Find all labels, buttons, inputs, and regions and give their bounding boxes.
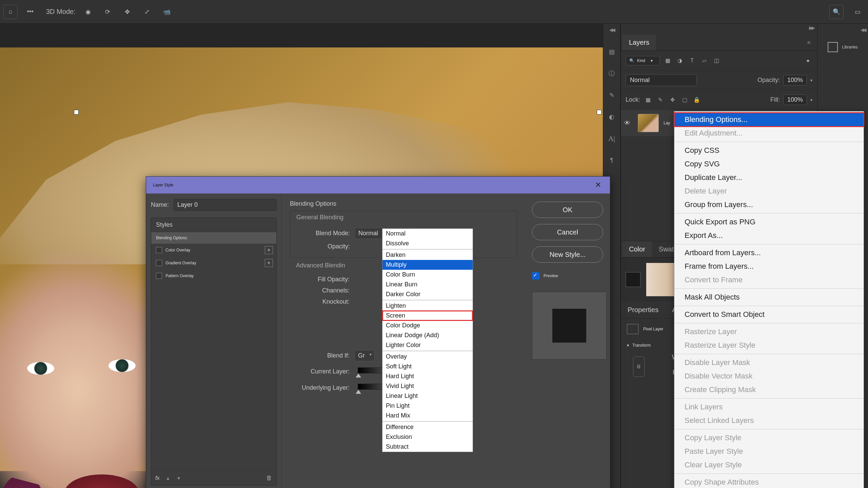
style-checkbox[interactable] <box>156 273 162 279</box>
libraries-icon[interactable] <box>828 42 838 52</box>
move-down-icon[interactable]: ▼ <box>176 475 181 481</box>
context-menu-item[interactable]: Copy CSS <box>674 144 864 157</box>
filter-pixel-icon[interactable]: ▦ <box>663 56 672 65</box>
blend-mode-select[interactable]: Normal <box>626 74 697 86</box>
search-icon[interactable]: 🔍 <box>829 5 844 19</box>
libraries-label[interactable]: Libraries <box>842 45 857 49</box>
context-menu-item[interactable]: Copy SVG <box>674 157 864 171</box>
filter-shape-icon[interactable]: ▱ <box>700 56 709 65</box>
fill-input[interactable]: 100% <box>783 95 807 105</box>
character-icon[interactable]: A| <box>607 134 617 144</box>
blend-mode-option[interactable]: Pin Light <box>382 401 473 411</box>
blend-mode-option[interactable]: Lighter Color <box>382 340 473 350</box>
style-checkbox[interactable] <box>156 247 162 253</box>
style-item[interactable]: Gradient Overlay+ <box>151 257 276 269</box>
properties-tab[interactable]: Properties <box>621 306 665 314</box>
blend-mode-option[interactable]: Darker Color <box>382 289 473 299</box>
context-menu-item[interactable]: Artboard from Layers... <box>674 246 864 260</box>
preview-checkbox[interactable] <box>532 272 539 280</box>
add-effect-button[interactable]: + <box>265 246 273 254</box>
ok-button[interactable]: OK <box>532 202 603 218</box>
visibility-icon[interactable]: 👁 <box>624 120 633 127</box>
layers-tab[interactable]: Layers <box>622 35 656 50</box>
camera-icon[interactable]: 📹 <box>160 5 174 19</box>
blend-mode-option[interactable]: Hard Light <box>382 371 473 381</box>
blend-mode-option[interactable]: Soft Light <box>382 362 473 371</box>
lock-pixels-icon[interactable]: ✎ <box>656 96 665 104</box>
blend-mode-option[interactable]: Color Dodge <box>382 321 473 330</box>
filter-type-icon[interactable]: T <box>688 56 696 65</box>
lock-position-icon[interactable]: ✥ <box>668 96 677 104</box>
rotate-icon[interactable]: ⟳ <box>101 5 115 19</box>
chevron-down-icon[interactable]: ▾ <box>810 98 812 102</box>
blend-mode-option[interactable]: Linear Dodge (Add) <box>382 330 473 340</box>
context-menu-item[interactable]: Group from Layers... <box>674 198 864 211</box>
style-item[interactable]: Color Overlay+ <box>151 244 276 257</box>
style-checkbox[interactable] <box>156 260 162 266</box>
adjustments-icon[interactable]: ◐ <box>607 112 617 122</box>
workspace-icon[interactable]: ▭ <box>850 5 865 19</box>
more-icon[interactable]: ••• <box>23 5 37 19</box>
context-menu-item[interactable]: Mask All Objects <box>674 290 864 304</box>
style-item[interactable]: Pattern Overlay <box>151 269 276 282</box>
filter-smartobj-icon[interactable]: ◫ <box>712 56 721 65</box>
blend-mode-option[interactable]: Lighten <box>382 301 473 311</box>
styles-header[interactable]: Styles <box>151 218 276 232</box>
layer-thumbnail[interactable] <box>638 114 659 132</box>
panel-menu-icon[interactable]: ≡ <box>803 40 816 46</box>
blend-mode-option[interactable]: Hard Mix <box>382 411 473 421</box>
blend-mode-option[interactable]: Multiply <box>382 260 473 270</box>
chevron-down-icon[interactable]: ▾ <box>810 78 812 83</box>
context-menu-item[interactable]: Frame from Layers... <box>674 260 864 273</box>
blend-mode-option[interactable]: Darken <box>382 250 473 260</box>
dialog-titlebar[interactable]: Layer Style ✕ <box>146 177 610 194</box>
filter-adjustment-icon[interactable]: ◑ <box>675 56 684 65</box>
blend-mode-option[interactable]: Screen <box>382 311 473 321</box>
layer-filter-kind[interactable]: 🔍Kind▾ <box>626 56 660 65</box>
paragraph-icon[interactable]: ¶ <box>607 155 617 165</box>
blend-mode-option[interactable]: Dissolve <box>382 239 473 248</box>
context-menu-item[interactable]: Duplicate Layer... <box>674 171 864 184</box>
context-menu-item[interactable]: Blending Options... <box>674 113 864 126</box>
blend-mode-option[interactable]: Vivid Light <box>382 381 473 391</box>
opacity-input[interactable]: 100% <box>783 75 807 85</box>
chevron-down-icon[interactable]: ▾ <box>627 343 629 348</box>
color-tab[interactable]: Color <box>622 241 652 257</box>
layer-name-input[interactable] <box>174 199 277 211</box>
filter-toggle-icon[interactable]: ● <box>804 56 812 65</box>
blend-mode-option[interactable]: Exclusion <box>382 432 473 442</box>
blend-mode-option[interactable]: Normal <box>382 229 473 239</box>
blend-mode-option[interactable]: Overlay <box>382 352 473 362</box>
link-icon[interactable]: ⛓ <box>633 357 645 377</box>
collapse-arrow-icon[interactable]: ▶▶ <box>806 24 817 32</box>
blend-if-dropdown[interactable]: Gr <box>354 350 375 361</box>
context-menu-item[interactable]: Quick Export as PNG <box>674 215 864 229</box>
selection-handle[interactable] <box>74 110 79 115</box>
lock-transparency-icon[interactable]: ▦ <box>644 96 652 104</box>
add-effect-button[interactable]: + <box>265 259 273 267</box>
style-item[interactable]: Blending Options <box>151 232 276 244</box>
home-icon[interactable]: ⌂ <box>3 5 18 19</box>
context-menu-item[interactable]: Convert to Smart Object <box>674 308 864 321</box>
info-icon[interactable]: ⓘ <box>607 68 617 79</box>
close-button[interactable]: ✕ <box>593 180 603 190</box>
collapse-arrow-icon[interactable]: ◀◀ <box>861 27 865 33</box>
blend-mode-option[interactable]: Subtract <box>382 442 473 452</box>
move-up-icon[interactable]: ▲ <box>165 475 170 481</box>
lock-all-icon[interactable]: 🔒 <box>692 96 701 104</box>
blend-mode-option[interactable]: Color Burn <box>382 270 473 280</box>
histogram-icon[interactable]: ▤ <box>607 47 617 57</box>
expand-arrow-icon[interactable]: ◀◀ <box>609 27 614 33</box>
selection-handle[interactable] <box>597 110 601 115</box>
context-menu-item[interactable]: Export As... <box>674 229 864 242</box>
brush-icon[interactable]: ✎ <box>607 90 617 100</box>
blend-mode-option[interactable]: Difference <box>382 422 473 432</box>
scale-icon[interactable]: ⤢ <box>140 5 154 19</box>
blend-mode-option[interactable]: Linear Light <box>382 391 473 401</box>
foreground-background-swatch[interactable] <box>626 272 640 287</box>
cancel-button[interactable]: Cancel <box>532 224 603 240</box>
new-style-button[interactable]: New Style... <box>532 246 603 263</box>
trash-icon[interactable]: 🗑 <box>266 474 272 482</box>
lock-artboard-icon[interactable]: ▢ <box>680 96 689 104</box>
fx-menu-button[interactable]: fx <box>155 475 159 481</box>
